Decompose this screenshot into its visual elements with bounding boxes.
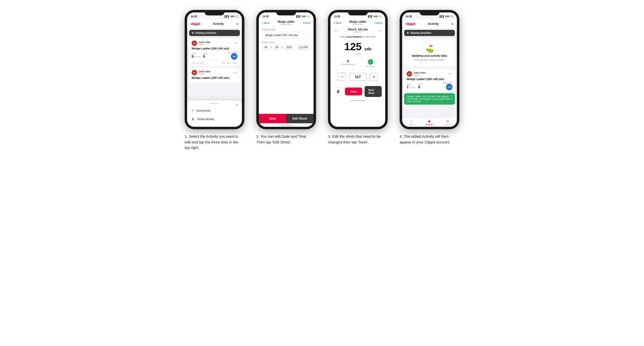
viewing-label-1: Viewing Activities bbox=[195, 31, 216, 34]
stepper-plus[interactable]: + bbox=[370, 73, 378, 81]
three-dots-1[interactable]: ••• bbox=[234, 41, 238, 45]
phone-1-screen: 14:38 ▌▌▌ WiFi 🔋 clippd Activity ≡ ⚙ Vie… bbox=[187, 12, 242, 127]
viewing-bar-4: ⚙ Viewing Activities bbox=[404, 30, 455, 36]
arrow-right-icon[interactable]: → bbox=[378, 28, 382, 33]
save-btn-2[interactable]: Save bbox=[259, 114, 286, 123]
menu-icon-4[interactable]: ≡ bbox=[452, 22, 454, 26]
back-title-3: Wedge Ladder bbox=[349, 20, 366, 23]
shots-label-4: Shots bbox=[418, 83, 422, 85]
app-nav-4: clippd Activity ≡ bbox=[402, 19, 457, 28]
phone-3-column: 14:39 ▌▌▌ WiFi 🔋 < Back Wedge Ladder 06 … bbox=[326, 10, 390, 145]
battery-icon-4: 🔋 bbox=[451, 15, 454, 18]
back-btn-2[interactable]: < Back bbox=[262, 22, 270, 24]
back-btn-3[interactable]: < Back bbox=[334, 22, 341, 24]
shot-score: Score 7/9 bbox=[348, 31, 368, 33]
caption-2: 2. You can edit Date and Time. Then tap … bbox=[256, 134, 316, 145]
diff-value: 2 bbox=[341, 59, 355, 63]
stepper-value: 127 bbox=[349, 73, 366, 81]
next-shot-label: Next Shot bbox=[367, 88, 376, 94]
back-subtitle-2: 06 Mar 2023 bbox=[278, 23, 295, 25]
back-subtitle-3: 06 Mar 2023 bbox=[349, 23, 366, 25]
score-val-1: 9 bbox=[192, 54, 194, 58]
caption-1: 1. Select the Activity you want to edit … bbox=[185, 134, 244, 151]
date-year[interactable]: 2023 bbox=[284, 44, 294, 50]
activity-card-2[interactable]: JC Josh Coles Today ••• Wedge Ladder (10… bbox=[189, 68, 240, 83]
card-header-1: JC Josh Coles Today ••• bbox=[192, 40, 238, 46]
edit-activity-item[interactable]: ✏ Edit Activity bbox=[187, 106, 242, 115]
battery-icon-2: 🔋 bbox=[307, 15, 310, 18]
cancel-btn-2[interactable]: Cancel bbox=[303, 22, 310, 24]
time-field[interactable]: 1:13 PM bbox=[296, 44, 310, 50]
phones-row: 14:38 ▌▌▌ WiFi 🔋 clippd Activity ≡ ⚙ Vie… bbox=[182, 10, 462, 151]
diff-label: Difference (yds) bbox=[341, 63, 355, 65]
user-name-2: Josh Coles bbox=[198, 70, 210, 73]
arrow-left-icon[interactable]: ← bbox=[334, 28, 338, 33]
wifi-icon-1: WiFi bbox=[230, 15, 235, 18]
card-footer-1: Test Information Data: Clippd Capture bbox=[192, 61, 238, 64]
delete-activity-item[interactable]: 🗑 Delete Activity bbox=[187, 115, 242, 123]
next-shot-btn[interactable]: Next Shot → bbox=[364, 86, 382, 97]
next-arrow-icon: → bbox=[376, 90, 379, 93]
stepper-row: − 127 + bbox=[330, 70, 385, 84]
practice-input[interactable] bbox=[262, 32, 310, 38]
sheet-close-1[interactable]: ✕ bbox=[236, 103, 238, 107]
footer-right-1: Data: Clippd Capture bbox=[221, 62, 238, 64]
phone-2-screen: 14:38 ▌▌▌ WiFi 🔋 < Back Wedge Ladder 06 … bbox=[259, 12, 314, 127]
golf-flag-icon: ⛳ bbox=[425, 44, 434, 53]
three-dots-2[interactable]: ••• bbox=[234, 71, 238, 74]
signal-icon-3: ▌▌▌ bbox=[368, 15, 373, 18]
stepper-minus[interactable]: − bbox=[338, 73, 346, 81]
date-month[interactable]: 03 bbox=[273, 44, 280, 50]
phone-4-screen: 14:38 ▌▌▌ WiFi 🔋 clippd Activity ≡ ⚙ Vie… bbox=[402, 12, 457, 127]
save-shot-btn[interactable]: Save bbox=[345, 87, 362, 95]
user-date-4: Today bbox=[414, 74, 426, 76]
phone-1-column: 14:38 ▌▌▌ WiFi 🔋 clippd Activity ≡ ⚙ Vie… bbox=[182, 10, 247, 151]
cancel-btn-3[interactable]: Cancel bbox=[374, 22, 382, 24]
slash-1: / bbox=[271, 46, 272, 49]
time-2: 14:38 bbox=[262, 15, 269, 18]
edit-shots-btn[interactable]: Edit Shots bbox=[286, 114, 314, 123]
outof-1: OUT OF bbox=[194, 56, 200, 58]
form-buttons-2: Save Edit Shots bbox=[259, 114, 314, 123]
big-distance: 125 yds bbox=[330, 39, 385, 52]
notch-2 bbox=[276, 10, 296, 15]
status-icons-2: ▌▌▌ WiFi 🔋 bbox=[296, 15, 310, 18]
wifi-icon-4: WiFi bbox=[445, 15, 450, 18]
shot-title: Shot 6, 125 yds bbox=[348, 28, 368, 31]
activity-card-1[interactable]: JC Josh Coles Today ••• Wedge Ladder (10… bbox=[189, 38, 240, 66]
three-dots-4[interactable]: ••• bbox=[448, 72, 452, 76]
menu-icon-1[interactable]: ≡ bbox=[236, 22, 238, 26]
logo-1: clippd bbox=[190, 22, 200, 26]
datetime-row: 06 / 03 / 2023 1:13 PM bbox=[262, 44, 310, 50]
tab-home[interactable]: ⌂ Home bbox=[402, 119, 420, 126]
tab-activities[interactable]: ♟ Activities bbox=[420, 119, 438, 126]
card-header-4: JC Josh Coles Today ••• bbox=[406, 71, 452, 77]
quality-label-1: Shot Quality bbox=[228, 51, 238, 53]
phone-3-frame: 14:39 ▌▌▌ WiFi 🔋 < Back Wedge Ladder 06 … bbox=[328, 10, 388, 129]
toast-close[interactable]: ✕ bbox=[451, 95, 453, 97]
app-nav-1: clippd Activity ≡ bbox=[187, 19, 242, 28]
date-day[interactable]: 06 bbox=[262, 44, 270, 50]
signal-icon-1: ▌▌▌ bbox=[225, 15, 230, 18]
card-user-2: JC Josh Coles Today bbox=[192, 70, 210, 75]
phone-1-frame: 14:38 ▌▌▌ WiFi 🔋 clippd Activity ≡ ⚙ Vie… bbox=[185, 10, 244, 129]
back-bar-3: < Back Wedge Ladder 06 Mar 2023 Cancel bbox=[330, 19, 385, 26]
stats-row: 2 Difference (yds) ✓ Hit Target bbox=[330, 57, 385, 70]
quality-badge-1: 130 bbox=[231, 53, 238, 60]
phone-4-column: 14:38 ▌▌▌ WiFi 🔋 clippd Activity ≡ ⚙ Vie… bbox=[397, 10, 462, 145]
signal-icon-4: ▌▌▌ bbox=[440, 15, 444, 18]
viewing-label-4: Viewing Activities bbox=[410, 31, 431, 34]
tab-capture-label: Capture bbox=[444, 124, 451, 126]
tab-capture[interactable]: ⊕ Capture bbox=[439, 119, 457, 126]
time-3: 14:39 bbox=[334, 15, 340, 18]
form-section-2: Practice Title Date & Time 06 / 03 / 202… bbox=[259, 26, 314, 114]
status-icons-1: ▌▌▌ WiFi 🔋 bbox=[225, 15, 238, 18]
loading-title: Updating your activity data. bbox=[412, 54, 448, 57]
activity-card-4[interactable]: JC Josh Coles Today ••• Wedge Ladder (10… bbox=[404, 69, 455, 92]
distance-unit: yds bbox=[364, 47, 372, 51]
toast-text: "Wedge Ladder (100–140 yds)" was updated… bbox=[406, 95, 452, 103]
back-title-2: Wedge Ladder bbox=[278, 20, 295, 23]
shots-label-1: Shots bbox=[203, 53, 208, 54]
trash-shot-btn[interactable]: 🗑 bbox=[334, 87, 342, 96]
view-icon-4: ⚙ bbox=[406, 31, 409, 34]
